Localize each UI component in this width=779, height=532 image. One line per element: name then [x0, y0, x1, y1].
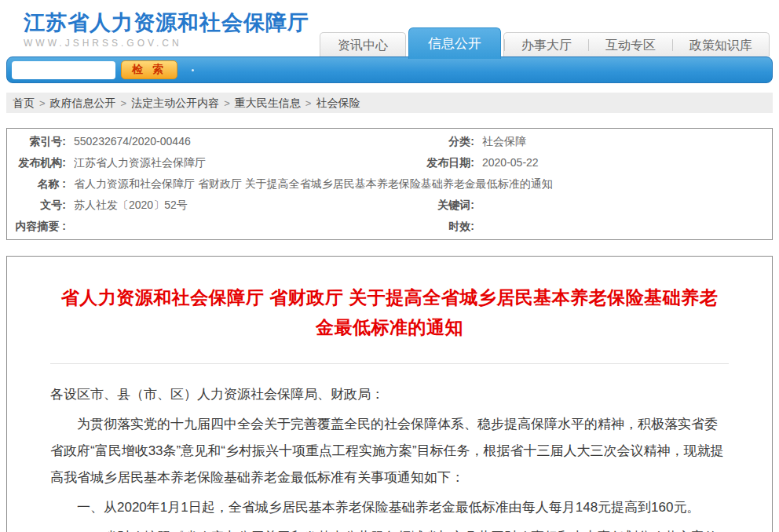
search-bar: 检 索 — [6, 56, 773, 83]
tab-group: 办事大厅 互动专区 政策知识库 — [503, 32, 770, 56]
article-title: 省人力资源和社会保障厅 省财政厅 关于提高全省城乡居民基本养老保险基础养老金最低… — [58, 283, 721, 343]
breadcrumb-separator: > — [39, 97, 46, 109]
meta-validity-value — [482, 216, 772, 237]
breadcrumb-statutory-disclosure[interactable]: 法定主动公开内容 — [131, 97, 219, 109]
article-paragraph: 为贯彻落实党的十九届四中全会关于完善覆盖全民的社会保障体系、稳步提高保障水平的精… — [50, 411, 729, 491]
article-salutation: 各设区市、县（市、区）人力资源社会保障局、财政局： — [50, 381, 729, 408]
meta-keyword-value — [482, 195, 772, 216]
meta-agency-label: 发布机构: — [7, 152, 74, 173]
meta-name-value: 省人力资源和社会保障厅 省财政厅 关于提高全省城乡居民基本养老保险基础养老金最低… — [74, 173, 772, 195]
meta-docno-label: 文号: — [7, 195, 74, 216]
breadcrumb-gov-info[interactable]: 政府信息公开 — [50, 97, 116, 109]
meta-docno-value: 苏人社发〔2020〕52号 — [74, 195, 404, 216]
meta-category-value: 社会保障 — [482, 131, 772, 152]
site-logo[interactable]: 江苏省人力资源和社会保障厅 WWW.JSHRSS.GOV.CN — [24, 11, 309, 49]
meta-name-label: 名称 : — [7, 173, 74, 195]
tab-service-hall[interactable]: 办事大厅 — [505, 34, 588, 56]
breadcrumb-separator: > — [305, 97, 312, 109]
page: 江苏省人力资源和社会保障厅 WWW.JSHRSS.GOV.CN 资讯中心 信息公… — [0, 0, 779, 532]
document-meta-box: 索引号: 550232674/2020-00446 分类: 社会保障 发布机构:… — [6, 128, 773, 240]
meta-grid: 索引号: 550232674/2020-00446 分类: 社会保障 发布机构:… — [7, 131, 772, 237]
breadcrumb-separator: > — [224, 97, 230, 109]
site-header: 江苏省人力资源和社会保障厅 WWW.JSHRSS.GOV.CN 资讯中心 信息公… — [0, 0, 779, 56]
site-url: WWW.JSHRSS.GOV.CN — [24, 38, 309, 49]
meta-summary-value — [74, 216, 404, 237]
search-input[interactable] — [12, 61, 115, 79]
meta-index-value: 550232674/2020-00446 — [74, 131, 404, 152]
breadcrumb-separator: > — [121, 97, 127, 109]
meta-agency-value: 江苏省人力资源社会保障厅 — [74, 152, 404, 173]
meta-date-value: 2020-05-22 — [482, 152, 772, 173]
tab-news-center[interactable]: 资讯中心 — [320, 32, 406, 56]
tab-interaction-zone[interactable]: 互动专区 — [589, 34, 672, 56]
breadcrumb-home[interactable]: 首页 — [13, 97, 35, 109]
article-paragraph: 一、从2020年1月1日起，全省城乡居民基本养老保险基础养老金最低标准由每人每月… — [50, 494, 729, 521]
article-paragraph: 二、省财政按照《省政府办公厅关于印发基本公共服务领域省与市县共同财政事权和支出责… — [50, 524, 729, 532]
meta-category-label: 分类: — [404, 131, 482, 152]
article-content-box: 省人力资源和社会保障厅 省财政厅 关于提高全省城乡居民基本养老保险基础养老金最低… — [6, 256, 773, 532]
tab-info-disclosure[interactable]: 信息公开 — [408, 27, 501, 59]
dot-decoration — [192, 69, 194, 71]
meta-index-label: 索引号: — [7, 131, 74, 152]
meta-keyword-label: 关键词: — [404, 195, 482, 216]
site-title: 江苏省人力资源和社会保障厅 — [24, 11, 309, 35]
meta-validity-label: 时效: — [404, 216, 482, 237]
breadcrumb-social-insurance[interactable]: 社会保险 — [316, 97, 360, 109]
meta-summary-label: 内容摘要 : — [7, 216, 74, 237]
meta-date-label: 发布日期: — [404, 152, 482, 173]
breadcrumb: 首页>政府信息公开>法定主动公开内容>重大民生信息>社会保险 — [6, 93, 773, 113]
tab-policy-knowledge[interactable]: 政策知识库 — [673, 34, 769, 56]
main-nav: 资讯中心 信息公开 办事大厅 互动专区 政策知识库 — [320, 27, 770, 56]
breadcrumb-livelihood-info[interactable]: 重大民生信息 — [235, 97, 301, 109]
title-divider — [50, 363, 729, 364]
article-body: 各设区市、县（市、区）人力资源社会保障局、财政局： 为贯彻落实党的十九届四中全会… — [50, 381, 729, 532]
search-button[interactable]: 检 索 — [121, 60, 177, 79]
